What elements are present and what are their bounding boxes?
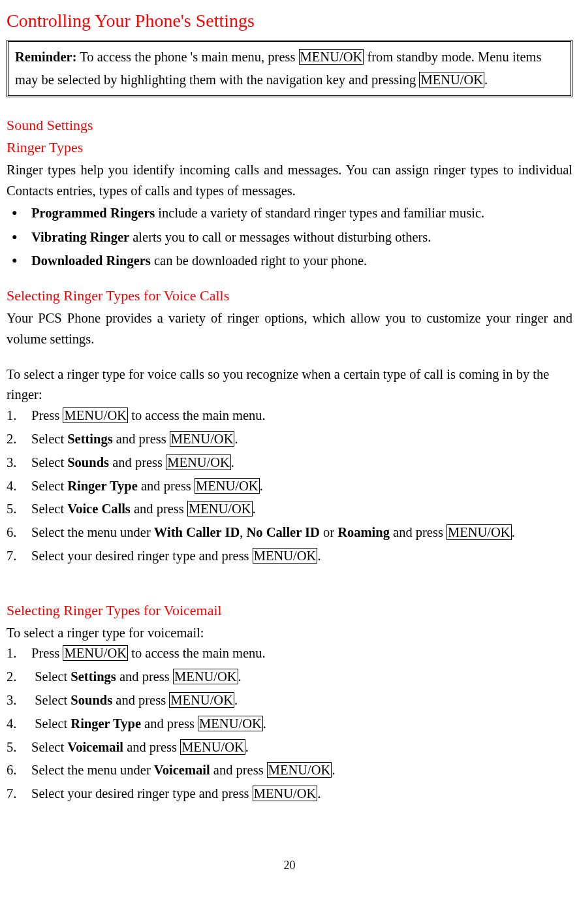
- menu-ok-key: MENU/OK: [253, 548, 318, 564]
- step-text: .: [317, 786, 321, 801]
- voicemail-steps-list: Press MENU/OK to access the main menu. S…: [7, 643, 572, 804]
- step-bold: Ringer Type: [70, 716, 141, 731]
- list-item: Select Sounds and press MENU/OK.: [7, 690, 572, 711]
- page-title: Controlling Your Phone's Settings: [7, 7, 572, 35]
- list-item: Select Voicemail and press MENU/OK.: [7, 737, 572, 758]
- step-bold: Settings: [70, 669, 116, 684]
- list-item: Select Settings and press MENU/OK.: [7, 429, 572, 450]
- step-bold: Roaming: [337, 525, 390, 539]
- menu-ok-key: MENU/OK: [198, 716, 263, 731]
- ringer-bullet-list: Programmed Ringers include a variety of …: [7, 203, 572, 272]
- step-text: and press: [390, 525, 446, 539]
- step-text: Press: [31, 646, 63, 660]
- step-bold: Voice Calls: [67, 502, 131, 516]
- step-text: Select the menu under: [31, 763, 154, 777]
- list-item: Downloaded Ringers can be downloaded rig…: [7, 251, 572, 272]
- step-text: .: [263, 716, 266, 731]
- reminder-label: Reminder:: [15, 50, 77, 64]
- step-text: .: [317, 549, 321, 563]
- bullet-bold: Vibrating Ringer: [31, 230, 129, 244]
- step-text: to access the main menu.: [128, 646, 266, 660]
- step-text: Select your desired ringer type and pres…: [31, 549, 253, 563]
- step-bold: Voicemail: [67, 740, 123, 754]
- list-item: Select the menu under With Caller ID, No…: [7, 522, 572, 543]
- step-text: .: [238, 669, 242, 684]
- list-item: Select your desired ringer type and pres…: [7, 784, 572, 805]
- step-text: Select: [35, 669, 70, 684]
- reminder-box: Reminder: To access the phone 's main me…: [7, 40, 572, 97]
- step-text: .: [332, 763, 335, 777]
- menu-ok-key: MENU/OK: [267, 762, 332, 778]
- voicemail-lead: To select a ringer type for voicemail:: [7, 623, 572, 644]
- step-text: .: [245, 740, 249, 754]
- bullet-bold: Programmed Ringers: [31, 206, 155, 220]
- list-item: Select Voice Calls and press MENU/OK.: [7, 499, 572, 520]
- step-text: and press: [210, 763, 267, 777]
- step-text: Select: [35, 716, 70, 731]
- step-text: Select: [35, 693, 70, 707]
- step-bold: No Caller ID: [246, 525, 319, 539]
- voice-intro: Your PCS Phone provides a variety of rin…: [7, 308, 572, 350]
- menu-ok-key: MENU/OK: [187, 501, 253, 517]
- step-text: and press: [138, 479, 195, 493]
- menu-ok-key: MENU/OK: [169, 692, 234, 708]
- list-item: Press MENU/OK to access the main menu.: [7, 406, 572, 426]
- reminder-text-3: .: [484, 72, 488, 87]
- menu-ok-key: MENU/OK: [63, 407, 128, 423]
- step-bold: Voicemail: [154, 763, 210, 777]
- list-item: Select the menu under Voicemail and pres…: [7, 760, 572, 781]
- menu-ok-key: MENU/OK: [180, 739, 245, 755]
- list-item: Select your desired ringer type and pres…: [7, 546, 572, 567]
- step-text: Select the menu under: [31, 525, 154, 539]
- step-text: .: [231, 455, 234, 470]
- list-item: Select Sounds and press MENU/OK.: [7, 453, 572, 473]
- step-bold: With Caller ID: [154, 525, 240, 539]
- list-item: Select Ringer Type and press MENU/OK.: [7, 714, 572, 735]
- heading-voice-calls: Selecting Ringer Types for Voice Calls: [7, 285, 572, 307]
- step-bold: Settings: [67, 432, 112, 446]
- step-text: Select: [31, 432, 67, 446]
- list-item: Press MENU/OK to access the main menu.: [7, 643, 572, 664]
- step-bold: Sounds: [67, 455, 109, 470]
- list-item: Select Settings and press MENU/OK.: [7, 667, 572, 688]
- step-bold: Ringer Type: [67, 479, 138, 493]
- heading-voicemail: Selecting Ringer Types for Voicemail: [7, 599, 572, 622]
- heading-sound-settings: Sound Settings: [7, 114, 572, 136]
- step-text: Select: [31, 455, 67, 470]
- list-item: Programmed Ringers include a variety of …: [7, 203, 572, 224]
- voice-steps-list: Press MENU/OK to access the main menu. S…: [7, 406, 572, 566]
- step-text: Press: [31, 408, 63, 422]
- step-text: and press: [123, 740, 180, 754]
- reminder-text-1: To access the phone 's main menu, press: [77, 50, 299, 64]
- menu-ok-key: MENU/OK: [446, 524, 512, 540]
- menu-ok-key: MENU/OK: [173, 669, 238, 684]
- step-bold: Sounds: [70, 693, 112, 707]
- voice-lead: To select a ringer type for voice calls …: [7, 364, 572, 406]
- list-item: Vibrating Ringer alerts you to call or m…: [7, 227, 572, 248]
- bullet-text: can be downloaded right to your phone.: [151, 253, 367, 268]
- step-text: .: [260, 479, 263, 493]
- step-text: Select: [31, 502, 67, 516]
- menu-ok-key: MENU/OK: [195, 478, 260, 494]
- step-text: .: [234, 432, 238, 446]
- ringer-intro: Ringer types help you identify incoming …: [7, 160, 572, 202]
- step-text: and press: [109, 455, 166, 470]
- step-text: and press: [112, 693, 169, 707]
- menu-ok-key: MENU/OK: [253, 786, 318, 801]
- list-item: Select Ringer Type and press MENU/OK.: [7, 476, 572, 497]
- step-text: .: [234, 693, 238, 707]
- step-text: .: [512, 525, 515, 539]
- menu-ok-key: MENU/OK: [166, 454, 231, 470]
- bullet-bold: Downloaded Ringers: [31, 253, 151, 268]
- step-text: to access the main menu.: [128, 408, 266, 422]
- step-text: and press: [141, 716, 198, 731]
- step-text: or: [320, 525, 337, 539]
- bullet-text: include a variety of standard ringer typ…: [155, 206, 484, 220]
- step-text: Select your desired ringer type and pres…: [31, 786, 253, 801]
- page-number: 20: [7, 857, 572, 875]
- step-text: and press: [131, 502, 187, 516]
- step-text: .: [253, 502, 256, 516]
- step-text: Select: [31, 740, 67, 754]
- menu-ok-key: MENU/OK: [63, 645, 128, 661]
- bullet-text: alerts you to call or messages without d…: [129, 230, 431, 244]
